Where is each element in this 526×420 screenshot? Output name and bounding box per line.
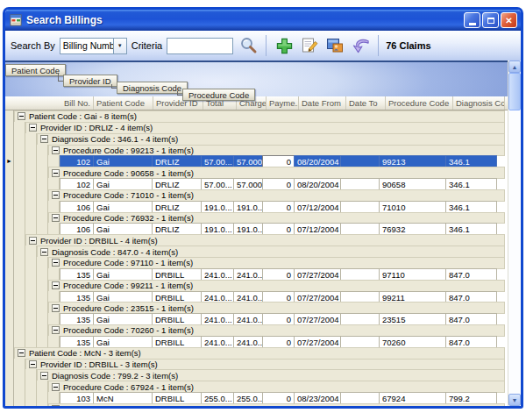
collapse-icon[interactable] — [52, 191, 60, 199]
group-row[interactable]: Provider ID : DRLIZ - 4 item(s) — [5, 122, 505, 134]
cell-provider-id[interactable]: DRLIZ — [152, 223, 202, 235]
collapse-icon[interactable] — [18, 349, 25, 357]
row-selector[interactable] — [5, 246, 14, 258]
add-button[interactable] — [274, 35, 295, 56]
row-selector[interactable] — [5, 201, 14, 213]
cell-date-from[interactable]: 07/27/2004 — [294, 291, 341, 303]
column-header-8[interactable]: Date To — [346, 96, 386, 110]
collapse-icon[interactable] — [40, 248, 48, 256]
cell-patient-code[interactable]: Gai — [93, 155, 153, 167]
row-selector[interactable] — [5, 324, 14, 337]
cell-diagnosis-code[interactable]: 847.0 — [445, 268, 497, 281]
cell-total[interactable]: 191.0... — [201, 201, 234, 213]
column-header-6[interactable]: Payme... — [267, 96, 299, 110]
group-row-bar[interactable]: Provider ID : DRBILL - 3 item(s) — [25, 359, 505, 371]
close-button[interactable]: ✕ — [501, 12, 517, 28]
group-row-bar[interactable]: Procedure Code : 23515 - 1 item(s) — [48, 302, 505, 314]
scrollbar-thumb[interactable] — [508, 73, 521, 110]
collapse-icon[interactable] — [29, 237, 37, 245]
row-selector[interactable] — [5, 257, 14, 269]
group-row[interactable]: Procedure Code : 99213 - 1 item(s) — [5, 145, 505, 157]
search-button[interactable] — [238, 35, 259, 56]
cell-diagnosis-code[interactable]: 799.2 — [445, 392, 497, 404]
group-row[interactable]: Diagnosis Code : 799.2 - 3 item(s) — [5, 369, 505, 381]
row-selector[interactable] — [5, 291, 14, 303]
row-selector[interactable] — [5, 336, 14, 348]
cell-date-from[interactable]: 08/20/2004 — [294, 178, 341, 190]
cell-payme-[interactable]: 0 — [262, 223, 295, 235]
group-row-bar[interactable]: Procedure Code : 90658 - 1 item(s) — [48, 167, 505, 179]
cell-date-to[interactable] — [340, 155, 380, 167]
group-row-bar[interactable]: Provider ID : DRLIZ - 4 item(s) — [25, 122, 505, 134]
data-row[interactable]: 135GaiDRBILL241.0...241.0...007/27/20042… — [5, 313, 505, 325]
row-selector[interactable] — [5, 167, 14, 179]
cell-provider-id[interactable]: DRBILL — [152, 268, 202, 281]
cell-date-to[interactable] — [340, 392, 380, 404]
data-row[interactable]: ►102GaiDRLIZ57.00...57.0000008/20/200499… — [5, 155, 505, 167]
cell-payme-[interactable]: 0 — [262, 201, 295, 213]
column-header-10[interactable]: Diagnosis Code — [453, 96, 505, 110]
cell-date-to[interactable] — [340, 313, 380, 325]
cell-payme-[interactable]: 0 — [262, 178, 295, 190]
cell-patient-code[interactable]: Gai — [93, 291, 153, 303]
cell-payme-[interactable]: 0 — [262, 392, 295, 404]
data-row[interactable]: 135GaiDRBILL241.0...241.0...007/27/20047… — [5, 336, 505, 348]
details-button[interactable] — [324, 35, 345, 56]
cell-procedure-code[interactable]: 99211 — [379, 291, 446, 303]
cell-provider-id[interactable]: DRLIZ — [152, 201, 202, 213]
group-row[interactable]: Diagnosis Code : 847.0 - 4 item(s) — [5, 246, 505, 258]
cell-procedure-code[interactable]: 23515 — [379, 313, 446, 325]
group-row[interactable]: Procedure Code : 76932 - 1 item(s) — [5, 212, 505, 224]
group-row-bar[interactable]: Patient Code : Gai - 8 item(s) — [14, 110, 505, 123]
cell-diagnosis-code[interactable]: 346.1 — [445, 223, 497, 235]
row-selector[interactable] — [5, 268, 14, 281]
cell-procedure-code[interactable]: 99213 — [379, 155, 446, 167]
group-row[interactable]: Procedure Code : 71010 - 1 item(s) — [5, 189, 505, 202]
cell-total[interactable]: 57.00... — [201, 155, 234, 167]
cell-diagnosis-code[interactable]: 847.0 — [445, 291, 497, 303]
cell-charges[interactable]: 241.0... — [233, 336, 263, 348]
data-row[interactable]: 106GaiDRLIZ191.0...191.0...007/12/200476… — [5, 223, 505, 235]
cell-date-to[interactable] — [340, 223, 380, 235]
group-row[interactable]: Procedure Code : 97110 - 1 item(s) — [5, 257, 505, 269]
cell-total[interactable]: 57.00... — [201, 178, 234, 190]
column-header-7[interactable]: Date From — [299, 96, 346, 110]
cell-date-from[interactable]: 08/20/2004 — [294, 155, 341, 167]
row-selector[interactable] — [5, 392, 14, 404]
group-row[interactable]: Patient Code : Gai - 8 item(s) — [5, 110, 505, 123]
cell-charges[interactable]: 191.0... — [233, 201, 263, 213]
cell-date-from[interactable]: 07/27/2004 — [294, 336, 341, 348]
row-selector[interactable] — [5, 403, 14, 406]
row-selector[interactable] — [5, 313, 14, 325]
cell-date-from[interactable]: 07/27/2004 — [294, 313, 341, 325]
data-row[interactable]: 103McNDRBILL255.0...255.0...008/23/20046… — [5, 392, 505, 404]
cell-bill-no-[interactable]: 135 — [60, 268, 94, 281]
group-row[interactable] — [5, 403, 505, 406]
group-row-bar[interactable]: Procedure Code : 67924 - 1 item(s) — [48, 381, 505, 393]
cell-payme-[interactable]: 0 — [262, 268, 295, 281]
group-row-bar[interactable]: Procedure Code : 70260 - 1 item(s) — [48, 324, 505, 337]
collapse-icon[interactable] — [52, 169, 60, 177]
collapse-icon[interactable] — [52, 259, 60, 267]
group-row[interactable]: Procedure Code : 70260 - 1 item(s) — [5, 324, 505, 337]
data-row[interactable]: 106GaiDRLIZ191.0...191.0...007/12/200471… — [5, 201, 505, 213]
cell-charges[interactable]: 241.0... — [233, 291, 263, 303]
cell-bill-no-[interactable]: 135 — [60, 313, 94, 325]
row-selector[interactable] — [5, 189, 14, 202]
cell-procedure-code[interactable]: 70260 — [379, 336, 446, 348]
cell-diagnosis-code[interactable]: 346.1 — [445, 201, 497, 213]
group-row[interactable]: Provider ID : DRBILL - 4 item(s) — [5, 234, 505, 246]
data-row[interactable]: 135GaiDRBILL241.0...241.0...007/27/20049… — [5, 268, 505, 281]
cell-provider-id[interactable]: DRBILL — [152, 313, 202, 325]
collapse-icon[interactable] — [52, 214, 60, 222]
collapse-icon[interactable] — [40, 135, 48, 143]
cell-procedure-code[interactable]: 97110 — [379, 268, 446, 281]
collapse-icon[interactable] — [40, 372, 48, 380]
row-selector[interactable] — [5, 369, 14, 381]
data-row[interactable]: 102GaiDRLIZ57.00...57.0000008/20/2004906… — [5, 178, 505, 190]
row-selector[interactable] — [5, 302, 14, 314]
collapse-icon[interactable] — [18, 112, 25, 120]
collapse-icon[interactable] — [29, 124, 37, 132]
column-header-1[interactable]: Bill No. — [5, 96, 94, 110]
cell-patient-code[interactable]: Gai — [93, 313, 153, 325]
